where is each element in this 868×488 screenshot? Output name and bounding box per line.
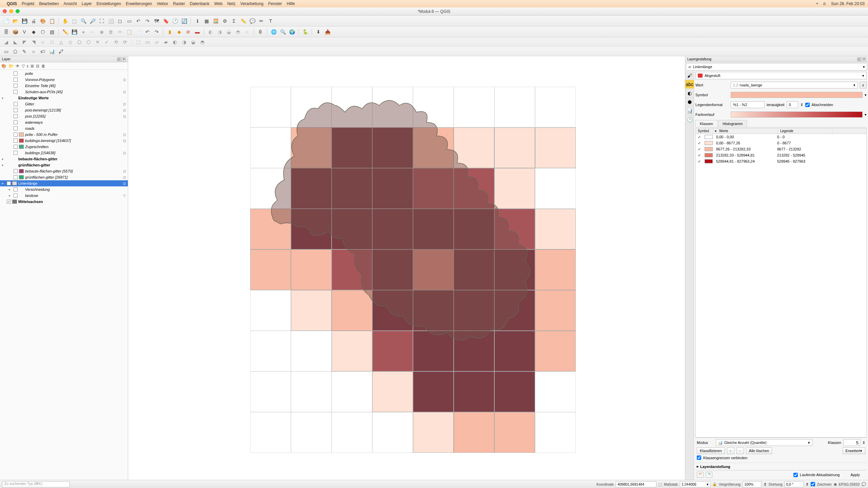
- layer-visibility-icon[interactable]: 👁: [16, 64, 20, 68]
- python-console-icon[interactable]: 🐍: [301, 28, 309, 36]
- new-shapefile-icon[interactable]: V: [20, 28, 28, 36]
- maximize-button[interactable]: [16, 9, 20, 13]
- edit-toggle-icon[interactable]: ✏️: [61, 28, 69, 36]
- new-project-icon[interactable]: 📄: [2, 17, 10, 25]
- layer-row[interactable]: bebaute-flächen-gitter [5570]⊡: [0, 168, 128, 174]
- layer-row[interactable]: Zugeschnitten: [0, 144, 128, 150]
- zoom-last-icon[interactable]: ↶: [134, 17, 142, 25]
- layer-row[interactable]: ▸✓Linienlänge⊡: [0, 180, 128, 186]
- layer-row[interactable]: pois-bereinigt [12138]⊡: [0, 107, 128, 113]
- new-spatialite-icon[interactable]: ◆: [29, 28, 38, 36]
- pan-icon[interactable]: ✋: [61, 17, 69, 25]
- layer-checkbox[interactable]: [14, 169, 18, 173]
- apply-button[interactable]: Apply: [845, 473, 865, 477]
- menu-projekt[interactable]: Projekt: [22, 1, 34, 6]
- rot-field[interactable]: 0,0 °: [785, 481, 804, 487]
- control-center-icon[interactable]: ⎚: [823, 1, 826, 6]
- classes-count-field[interactable]: [843, 439, 860, 446]
- sel-rect-icon[interactable]: ▭: [2, 47, 10, 56]
- class-row[interactable]: ✓528944,81 - 827963,24528945 - 827963: [696, 158, 866, 164]
- layer-row[interactable]: ✓Mittelsachsen: [0, 199, 128, 205]
- layer-checkbox[interactable]: [14, 194, 18, 198]
- style-manager-icon[interactable]: 🎨: [39, 17, 47, 25]
- class-row[interactable]: ✓8677,26 - 213282,338677 - 213282: [696, 146, 866, 152]
- sel-poly-icon[interactable]: ⬠: [11, 47, 19, 56]
- scale-lock-icon[interactable]: 🔒: [712, 482, 717, 486]
- advanced-button[interactable]: Erweitert ▾: [843, 447, 865, 454]
- layer-checkbox[interactable]: [14, 187, 18, 191]
- scale-field[interactable]: 1:244006▾: [680, 481, 710, 487]
- layer-checkbox[interactable]: [14, 72, 18, 76]
- vtab-labels-icon[interactable]: abc: [685, 80, 694, 89]
- menubar-clock[interactable]: Sun 28. Feb 20:03: [831, 1, 865, 6]
- zoom-in-icon[interactable]: 🔍: [79, 17, 87, 25]
- refresh-icon[interactable]: 🔄: [180, 17, 188, 25]
- layer-row[interactable]: Schulen-aus-POIs [45]⊡: [0, 89, 128, 95]
- map-canvas[interactable]: [128, 56, 685, 480]
- print-layout-icon[interactable]: 🖨: [29, 17, 38, 25]
- map-tips-icon[interactable]: 💬: [248, 17, 256, 25]
- highlight-icon[interactable]: 🖍: [57, 47, 65, 56]
- save-project-icon[interactable]: 💾: [20, 17, 28, 25]
- layer-row[interactable]: buildings [154638]⊡: [0, 150, 128, 156]
- menu-web[interactable]: Web: [214, 1, 222, 6]
- vtab-3d-icon[interactable]: ⬢: [685, 98, 694, 106]
- layer-row[interactable]: ▸landuse▽: [0, 192, 128, 199]
- vtab-diagrams-icon[interactable]: 📊: [685, 106, 694, 115]
- delete-all-button[interactable]: Alle löschen: [746, 447, 772, 454]
- layer-row[interactable]: Gitter⊡: [0, 101, 128, 107]
- mode-select[interactable]: 📊Gleiche Anzahl (Quantile)▾: [716, 439, 812, 446]
- layer-row[interactable]: Einzelne Teile [45]: [0, 83, 128, 89]
- osm-import-icon[interactable]: 📥: [323, 28, 332, 36]
- label-tool-icon[interactable]: 🏷: [39, 47, 47, 56]
- new-virtual-icon[interactable]: ⬡: [39, 28, 47, 36]
- precision-field[interactable]: 0: [787, 101, 798, 108]
- toolbox-icon[interactable]: ⚙: [221, 17, 229, 25]
- layer-row[interactable]: waterways: [0, 119, 128, 125]
- new-memory-icon[interactable]: ▧: [48, 28, 56, 36]
- app-name[interactable]: QGIS: [7, 1, 17, 6]
- menu-vektor[interactable]: Vektor: [157, 1, 168, 6]
- layer-rendering-section[interactable]: ▸ Layerdarstellung: [695, 463, 867, 470]
- layer-remove-icon[interactable]: 🗑: [41, 64, 45, 68]
- value-field[interactable]: 1.2roads_laenge▾: [731, 82, 858, 88]
- redo-style-button[interactable]: ↷: [706, 472, 712, 478]
- text-annotation-icon[interactable]: T: [267, 17, 275, 25]
- class-row[interactable]: ✓213282,33 - 528944,81213282 - 528945: [696, 152, 866, 158]
- render-checkbox[interactable]: [811, 482, 815, 486]
- menu-raster[interactable]: Raster: [173, 1, 185, 6]
- zoom-out-icon[interactable]: 🔎: [88, 17, 97, 25]
- class-row[interactable]: ✓0,00 - 0,000 - 0: [696, 134, 866, 140]
- panel-float-icon[interactable]: ◱: [117, 57, 121, 61]
- symbol-preview[interactable]: [731, 92, 863, 98]
- layer-row[interactable]: grünflächen-gitter [26871]⊡: [0, 174, 128, 180]
- menu-fenster[interactable]: Fenster: [268, 1, 282, 6]
- crs-icon[interactable]: ⊕: [834, 482, 837, 486]
- measure-icon[interactable]: 📏: [239, 17, 247, 25]
- close-button[interactable]: [3, 9, 7, 13]
- menu-bearbeiten[interactable]: Bearbeiten: [39, 1, 59, 6]
- field-calc-icon[interactable]: 🧮: [212, 17, 220, 25]
- layer-row[interactable]: ▸Eindeutige Werte: [0, 95, 128, 101]
- layer-expand-icon[interactable]: ⊞: [31, 64, 34, 68]
- layer-checkbox[interactable]: ✓: [7, 181, 11, 185]
- panel-float-icon[interactable]: ◱: [857, 57, 861, 61]
- new-geopackage-icon[interactable]: 📦: [11, 28, 19, 36]
- layer-style-icon[interactable]: 🎨: [1, 64, 6, 68]
- layer-checkbox[interactable]: [14, 78, 18, 82]
- db-manager-icon[interactable]: 🛢: [256, 28, 264, 36]
- tab-histogram[interactable]: Histogramm: [718, 120, 747, 127]
- menu-erweiterungen[interactable]: Erweiterungen: [126, 1, 152, 6]
- zoom-layer-icon[interactable]: ▭: [125, 17, 133, 25]
- redo-icon[interactable]: ↷: [153, 28, 161, 36]
- styling-layer-select[interactable]: ▱ Linienlänge ▾: [686, 63, 867, 70]
- layer-row[interactable]: pois [12265]⊡: [0, 113, 128, 119]
- layer-checkbox[interactable]: [14, 108, 18, 112]
- chevron-down-icon[interactable]: ▾: [865, 113, 867, 117]
- layer-checkbox[interactable]: [14, 84, 18, 88]
- osm-download-icon[interactable]: ⬇: [314, 28, 322, 36]
- layer-row[interactable]: ▸bebaute-flächen-gitter: [0, 156, 128, 162]
- legend-format-field[interactable]: %1 - %2: [731, 101, 765, 108]
- extents-toggle-icon[interactable]: ⬚: [658, 482, 662, 486]
- add-class-button[interactable]: ＋: [727, 447, 734, 454]
